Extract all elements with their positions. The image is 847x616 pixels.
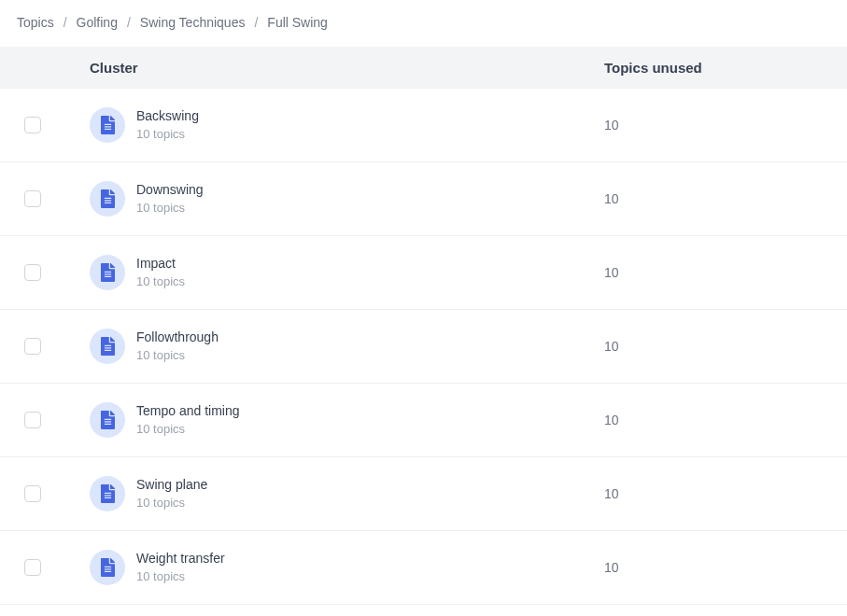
cluster-subtext: 10 topics [136, 126, 199, 143]
topics-unused-value: 10 [604, 191, 619, 206]
cluster-name: Swing plane [136, 476, 207, 495]
topics-unused-value: 10 [604, 413, 619, 427]
topics-unused-value: 10 [604, 560, 619, 575]
document-icon [90, 329, 125, 364]
row-checkbox[interactable] [24, 264, 41, 281]
table-row[interactable]: Weight transfer10 topics10 [0, 531, 847, 605]
cluster-cell: Followthrough10 topics [90, 329, 604, 364]
table-row[interactable]: Followthrough10 topics10 [0, 310, 847, 384]
document-icon [90, 107, 125, 143]
document-icon [90, 476, 125, 511]
breadcrumb: Topics / Golfing / Swing Techniques / Fu… [0, 0, 847, 47]
row-checkbox[interactable] [24, 117, 41, 133]
breadcrumb-separator: / [127, 15, 131, 30]
breadcrumb-separator: / [64, 15, 67, 30]
document-icon [90, 402, 125, 438]
cluster-name: Tempo and timing [136, 402, 240, 421]
topics-unused-value: 10 [604, 265, 619, 280]
row-checkbox[interactable] [24, 559, 41, 576]
breadcrumb-item-full-swing[interactable]: Full Swing [267, 15, 328, 30]
cluster-subtext: 10 topics [136, 273, 185, 290]
cluster-name: Downswing [136, 181, 204, 200]
document-icon [90, 550, 125, 585]
document-icon [90, 181, 125, 217]
breadcrumb-separator: / [254, 15, 258, 30]
table-row[interactable]: Impact10 topics10 [0, 236, 847, 310]
table-row[interactable]: Swing plane10 topics10 [0, 457, 847, 531]
breadcrumb-item-topics[interactable]: Topics [17, 15, 54, 30]
cluster-name: Followthrough [136, 329, 219, 347]
cluster-cell: Downswing10 topics [90, 181, 604, 217]
cluster-subtext: 10 topics [136, 200, 204, 217]
cluster-cell: Backswing10 topics [90, 107, 604, 143]
table-header: Cluster Topics unused [0, 47, 847, 89]
table-row[interactable]: Backswing10 topics10 [0, 89, 847, 162]
cluster-cell: Weight transfer10 topics [90, 550, 604, 585]
column-header-unused: Topics unused [604, 60, 847, 76]
breadcrumb-item-swing-techniques[interactable]: Swing Techniques [140, 15, 246, 30]
row-checkbox[interactable] [24, 190, 41, 207]
topics-unused-value: 10 [604, 118, 619, 133]
cluster-cell: Impact10 topics [90, 255, 604, 290]
cluster-name: Weight transfer [136, 550, 225, 568]
column-header-cluster: Cluster [90, 60, 604, 76]
table-row[interactable]: Tempo and timing10 topics10 [0, 384, 847, 457]
row-checkbox[interactable] [24, 485, 41, 502]
cluster-subtext: 10 topics [136, 347, 219, 364]
document-icon [90, 255, 125, 290]
cluster-name: Impact [136, 255, 185, 273]
row-checkbox[interactable] [24, 338, 41, 355]
row-checkbox[interactable] [24, 412, 41, 428]
cluster-cell: Tempo and timing10 topics [90, 402, 604, 438]
cluster-cell: Swing plane10 topics [90, 476, 604, 511]
topics-unused-value: 10 [604, 339, 619, 354]
cluster-subtext: 10 topics [136, 495, 207, 511]
cluster-subtext: 10 topics [136, 568, 225, 585]
cluster-name: Backswing [136, 107, 199, 126]
cluster-subtext: 10 topics [136, 421, 240, 438]
breadcrumb-item-golfing[interactable]: Golfing [77, 15, 118, 30]
table-row[interactable]: Downswing10 topics10 [0, 162, 847, 236]
topics-unused-value: 10 [604, 486, 619, 501]
